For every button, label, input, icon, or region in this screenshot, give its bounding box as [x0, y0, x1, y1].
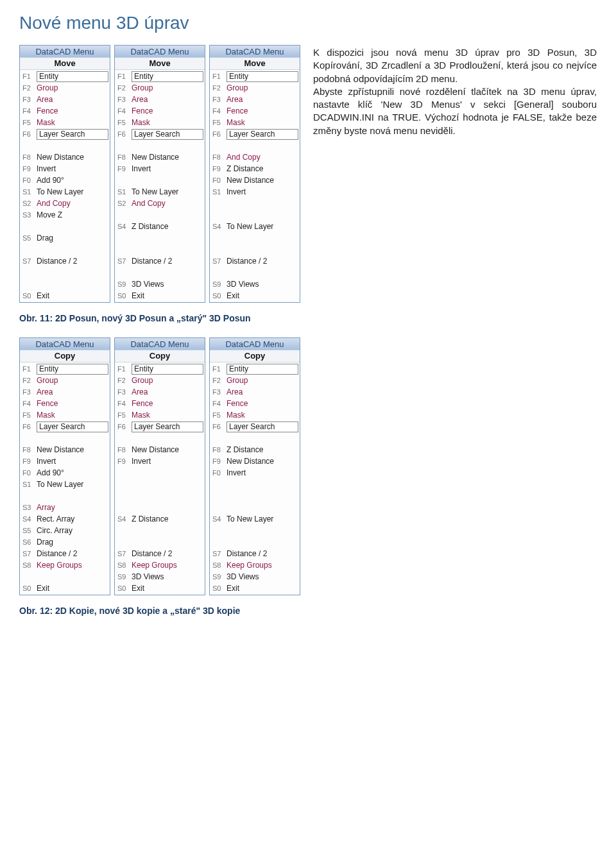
- menu-item[interactable]: F3Area: [21, 386, 108, 398]
- menu-item[interactable]: F1Entity: [211, 71, 298, 82]
- menu-item-hotkey: F3: [211, 388, 224, 396]
- menu-item[interactable]: S6Drag: [21, 536, 108, 548]
- menu-item[interactable]: S0Exit: [211, 290, 298, 302]
- menu-item[interactable]: F4Fence: [21, 398, 108, 409]
- menu-item[interactable]: S4Z Distance: [116, 221, 203, 232]
- menu-item[interactable]: S2And Copy: [116, 198, 203, 209]
- menu-item[interactable]: S7Distance / 2: [21, 255, 108, 267]
- menu-item[interactable]: S8Keep Groups: [116, 559, 203, 571]
- menu-item[interactable]: F8New Distance: [21, 151, 108, 163]
- menu-item[interactable]: F2Group: [211, 82, 298, 94]
- menu-item[interactable]: F2Group: [116, 375, 203, 386]
- menu-item[interactable]: F1Entity: [116, 71, 203, 82]
- menu-item[interactable]: S93D Views: [116, 278, 203, 290]
- menu-item[interactable]: S7Distance / 2: [21, 548, 108, 559]
- menu-item[interactable]: F1Entity: [116, 363, 203, 375]
- menu-item-label: Mask: [227, 411, 298, 420]
- menu-item[interactable]: F4Fence: [211, 398, 298, 409]
- menu-item[interactable]: F3Area: [211, 94, 298, 105]
- menu-item[interactable]: F6Layer Search: [21, 128, 108, 140]
- menu-item[interactable]: S4Z Distance: [116, 513, 203, 525]
- menu-item[interactable]: S3Array: [21, 502, 108, 513]
- menu-item[interactable]: F6Layer Search: [211, 128, 298, 140]
- menu-item[interactable]: S4To New Layer: [211, 221, 298, 232]
- menu-item[interactable]: F4Fence: [116, 105, 203, 117]
- menu-item[interactable]: F9Invert: [116, 163, 203, 174]
- menu-item[interactable]: F2Group: [21, 82, 108, 94]
- menu-item-label: Keep Groups: [37, 561, 108, 570]
- menu-item[interactable]: S7Distance / 2: [116, 255, 203, 267]
- menu-item[interactable]: S2And Copy: [21, 198, 108, 209]
- menu-item[interactable]: F8New Distance: [116, 151, 203, 163]
- menu-item[interactable]: F8New Distance: [116, 444, 203, 455]
- menu-item[interactable]: S5Circ. Array: [21, 525, 108, 536]
- menu-item[interactable]: F5Mask: [116, 117, 203, 128]
- menu-item[interactable]: F2Group: [211, 375, 298, 386]
- menu-item[interactable]: F5Mask: [21, 409, 108, 421]
- menu-item-label: Group: [227, 83, 298, 92]
- menu-item[interactable]: F9Invert: [21, 163, 108, 174]
- menu-item-label: Z Distance: [227, 164, 298, 173]
- menu-item[interactable]: F0Invert: [211, 467, 298, 479]
- menu-item[interactable]: S8Keep Groups: [211, 559, 298, 571]
- menu-item[interactable]: S7Distance / 2: [211, 548, 298, 559]
- menu-item[interactable]: S5Drag: [21, 232, 108, 244]
- menu-item[interactable]: F0Add 90°: [21, 174, 108, 186]
- menu-item[interactable]: F8And Copy: [211, 151, 298, 163]
- menu-item[interactable]: S7Distance / 2: [211, 255, 298, 267]
- menu-item[interactable]: F9New Distance: [211, 455, 298, 467]
- menu-item[interactable]: S93D Views: [211, 571, 298, 583]
- menu-item[interactable]: F4Fence: [211, 105, 298, 117]
- menu-item[interactable]: F4Fence: [116, 398, 203, 409]
- menu-item[interactable]: S93D Views: [211, 278, 298, 290]
- menu-item[interactable]: F5Mask: [21, 117, 108, 128]
- menu-item[interactable]: S0Exit: [211, 583, 298, 594]
- menu-item[interactable]: S0Exit: [21, 583, 108, 594]
- menu-item[interactable]: F3Area: [116, 386, 203, 398]
- menu-item[interactable]: S0Exit: [116, 290, 203, 302]
- menu-item[interactable]: F0Add 90°: [21, 467, 108, 479]
- menu-item[interactable]: F2Group: [21, 375, 108, 386]
- menu-item[interactable]: F6Layer Search: [116, 128, 203, 140]
- menu-item[interactable]: F1Entity: [21, 363, 108, 375]
- menu-item-blank: [211, 525, 298, 536]
- menu-item[interactable]: S1Invert: [211, 186, 298, 198]
- menu-item[interactable]: F3Area: [211, 386, 298, 398]
- menu-item[interactable]: F3Area: [116, 94, 203, 105]
- menu-item[interactable]: S8Keep Groups: [21, 559, 108, 571]
- menu-item[interactable]: S0Exit: [21, 290, 108, 302]
- menu-item[interactable]: F8New Distance: [21, 444, 108, 455]
- description-line: Abyste zpřístupnili nové rozdělení tlačí…: [313, 86, 597, 136]
- menu-item-label: Area: [37, 387, 108, 396]
- menu-item[interactable]: F1Entity: [211, 363, 298, 375]
- menu-item[interactable]: F6Layer Search: [21, 421, 108, 432]
- menu-item[interactable]: F9Invert: [21, 455, 108, 467]
- menu-item[interactable]: F0New Distance: [211, 174, 298, 186]
- menu-item[interactable]: F6Layer Search: [116, 421, 203, 432]
- menu-item[interactable]: S1To New Layer: [116, 186, 203, 198]
- menu-item[interactable]: F4Fence: [21, 105, 108, 117]
- menu-item[interactable]: F2Group: [116, 82, 203, 94]
- menu-item-hotkey: F1: [211, 72, 224, 80]
- menu-item[interactable]: S3Move Z: [21, 209, 108, 221]
- menu-item[interactable]: F6Layer Search: [211, 421, 298, 432]
- menu-item[interactable]: F1Entity: [21, 71, 108, 82]
- menu-item[interactable]: F8Z Distance: [211, 444, 298, 455]
- menu-item[interactable]: F9Z Distance: [211, 163, 298, 174]
- menu-item[interactable]: S4Rect. Array: [21, 513, 108, 525]
- menu-item[interactable]: S93D Views: [116, 571, 203, 583]
- menu-item-hotkey: F3: [116, 388, 129, 396]
- menu-item-label: Circ. Array: [37, 526, 108, 535]
- menu-item-hotkey: F6: [21, 423, 34, 430]
- menu-item-hotkey: S1: [116, 188, 129, 196]
- menu-item[interactable]: S1To New Layer: [21, 479, 108, 490]
- menu-item[interactable]: S4To New Layer: [211, 513, 298, 525]
- menu-item[interactable]: F5Mask: [211, 409, 298, 421]
- menu-item[interactable]: F5Mask: [211, 117, 298, 128]
- menu-item[interactable]: F9Invert: [116, 455, 203, 467]
- menu-item[interactable]: F3Area: [21, 94, 108, 105]
- menu-item[interactable]: S1To New Layer: [21, 186, 108, 198]
- menu-item[interactable]: F5Mask: [116, 409, 203, 421]
- menu-item[interactable]: S7Distance / 2: [116, 548, 203, 559]
- menu-item[interactable]: S0Exit: [116, 583, 203, 594]
